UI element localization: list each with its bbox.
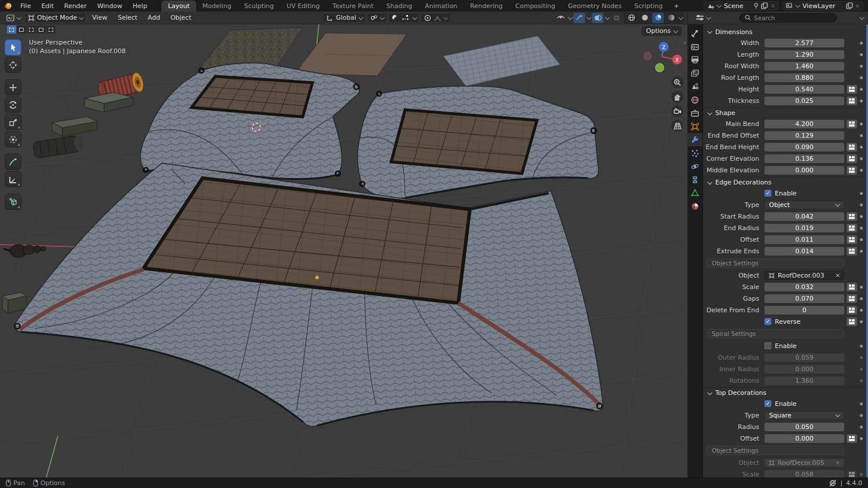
- number-field[interactable]: 0.058: [764, 470, 844, 478]
- animate-decorator[interactable]: [860, 204, 863, 206]
- tab-geometry-nodes[interactable]: Geometry Nodes: [561, 1, 628, 12]
- input-attribute-toggle[interactable]: [847, 434, 857, 443]
- tool-move[interactable]: [5, 79, 21, 95]
- animate-decorator[interactable]: [860, 437, 863, 440]
- mode-selector[interactable]: Object Mode: [24, 13, 86, 23]
- menu-edit[interactable]: Edit: [36, 0, 58, 12]
- input-attribute-toggle[interactable]: [847, 166, 857, 175]
- tool-transform[interactable]: [5, 131, 21, 147]
- number-field[interactable]: 0.050: [764, 423, 844, 431]
- input-attribute-toggle[interactable]: [847, 306, 857, 315]
- gizmo-axis-neg[interactable]: [644, 53, 651, 60]
- scene-selector[interactable]: Scene ✕: [704, 1, 779, 10]
- tab-object[interactable]: [687, 120, 703, 133]
- animate-decorator[interactable]: [860, 238, 863, 241]
- overlays-toggle[interactable]: [592, 13, 604, 23]
- number-field[interactable]: 0.042: [764, 212, 844, 221]
- number-field[interactable]: 0.880: [764, 73, 844, 82]
- animate-decorator[interactable]: [860, 99, 863, 102]
- number-field[interactable]: 1.290: [764, 50, 844, 59]
- number-field[interactable]: 0.136: [764, 154, 844, 163]
- number-field[interactable]: 0.540: [764, 85, 844, 94]
- shading-material-button[interactable]: [652, 13, 664, 23]
- menu-render[interactable]: Render: [59, 0, 92, 12]
- input-attribute-toggle[interactable]: [847, 85, 857, 94]
- section-edge-decorations[interactable]: Edge Decorations: [703, 177, 868, 187]
- tab-world[interactable]: [687, 93, 703, 106]
- animate-decorator[interactable]: [860, 414, 863, 417]
- tab-view-layer[interactable]: [687, 66, 703, 80]
- animate-decorator[interactable]: [860, 76, 863, 79]
- input-attribute-toggle[interactable]: [847, 97, 857, 105]
- input-attribute-toggle[interactable]: [847, 294, 857, 303]
- gizmos-toggle[interactable]: [573, 13, 585, 23]
- number-field[interactable]: 0.070: [764, 294, 844, 303]
- section-dimensions[interactable]: Dimensions: [703, 27, 868, 37]
- viewlayer-selector[interactable]: ViewLayer ✕: [782, 1, 863, 10]
- clear-object-icon[interactable]: ✕: [836, 272, 840, 279]
- animate-decorator[interactable]: [860, 123, 863, 125]
- menu-window[interactable]: Window: [92, 0, 127, 12]
- pan-hand-button[interactable]: [671, 91, 683, 103]
- roof-object-c[interactable]: [14, 163, 603, 427]
- menu-help[interactable]: Help: [127, 0, 152, 12]
- asset-bricks[interactable]: [52, 93, 133, 136]
- menu-file[interactable]: File: [15, 0, 36, 12]
- texture-plane-stone[interactable]: [200, 28, 303, 68]
- subpanel-spiral-settings[interactable]: Spiral Settings: [707, 329, 844, 338]
- tab-output[interactable]: [687, 53, 703, 66]
- number-field[interactable]: 1.360: [764, 376, 844, 385]
- number-field[interactable]: 0.032: [764, 283, 844, 291]
- tab-material[interactable]: [687, 199, 703, 213]
- zoom-button[interactable]: [671, 76, 683, 88]
- select-mode-invert[interactable]: [36, 25, 46, 34]
- section-shape[interactable]: Shape: [703, 108, 868, 118]
- animate-decorator[interactable]: [860, 134, 863, 137]
- asset-small-box[interactable]: [2, 293, 27, 313]
- section-top-decorations[interactable]: Top Decorations: [703, 387, 868, 398]
- texture-plane-tiles[interactable]: [443, 36, 560, 86]
- animate-decorator[interactable]: [860, 53, 863, 56]
- animate-decorator[interactable]: [860, 379, 863, 382]
- subpanel-object-settings[interactable]: Object Settings: [707, 258, 844, 268]
- input-attribute-toggle[interactable]: [847, 224, 857, 232]
- number-field[interactable]: 0.090: [764, 143, 844, 151]
- animate-decorator[interactable]: [860, 146, 863, 149]
- tab-scene[interactable]: [687, 80, 703, 93]
- tool-measure[interactable]: [5, 171, 21, 187]
- tab-tool[interactable]: [687, 27, 703, 40]
- snapping-controls[interactable]: [388, 13, 420, 23]
- tab-scripting[interactable]: Scripting: [628, 1, 669, 12]
- proportional-editing[interactable]: [421, 13, 451, 23]
- search-input[interactable]: [754, 14, 812, 21]
- new-viewlayer-icon[interactable]: [846, 2, 853, 9]
- tab-animation[interactable]: Animation: [418, 1, 464, 12]
- roof-object-a[interactable]: [141, 63, 359, 179]
- tool-select-box[interactable]: [5, 39, 21, 56]
- editor-type-button[interactable]: [3, 13, 23, 23]
- tab-render[interactable]: [687, 40, 703, 53]
- camera-view-button[interactable]: [671, 105, 683, 117]
- asset-log[interactable]: [32, 135, 83, 158]
- tab-compositing[interactable]: Compositing: [509, 1, 562, 12]
- tab-constraints[interactable]: [687, 173, 703, 186]
- object-picker[interactable]: RoofDecor.003 ✕: [764, 271, 844, 280]
- new-scene-icon[interactable]: [761, 2, 768, 9]
- add-workspace-button[interactable]: +: [669, 1, 683, 12]
- shading-wireframe-button[interactable]: [626, 13, 637, 23]
- animate-decorator[interactable]: [860, 320, 863, 323]
- gizmo-axis-y[interactable]: [656, 64, 664, 72]
- checkbox-checked[interactable]: ✓: [764, 400, 771, 407]
- tab-modifiers[interactable]: [687, 133, 703, 146]
- tab-rendering[interactable]: Rendering: [464, 1, 509, 12]
- tab-uv-editing[interactable]: UV Editing: [280, 1, 326, 12]
- clear-object-icon[interactable]: ✕: [836, 460, 840, 466]
- input-attribute-toggle[interactable]: [847, 120, 857, 128]
- number-field[interactable]: 1.460: [764, 62, 844, 71]
- input-attribute-toggle[interactable]: [847, 247, 857, 256]
- pin-icon[interactable]: [753, 3, 759, 9]
- show-object-types-button[interactable]: [555, 13, 567, 23]
- input-attribute-toggle[interactable]: [847, 235, 857, 244]
- tab-modeling[interactable]: Modeling: [196, 1, 238, 12]
- number-field[interactable]: 0.019: [764, 224, 844, 232]
